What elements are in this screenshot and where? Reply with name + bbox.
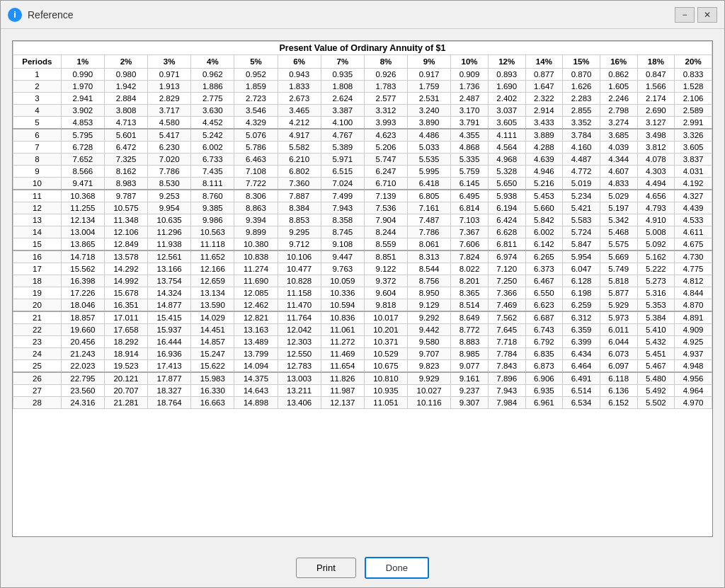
- period-cell: 28: [13, 397, 62, 409]
- value-cell: 4.891: [675, 311, 712, 324]
- column-header: 1%: [61, 55, 104, 69]
- value-cell: 6.835: [525, 348, 563, 360]
- value-cell: 3.326: [675, 129, 712, 142]
- value-cell: 5.818: [600, 275, 637, 287]
- value-cell: 9.818: [364, 299, 407, 312]
- value-cell: 2.991: [675, 117, 712, 129]
- value-cell: 6.312: [563, 311, 600, 324]
- value-cell: 5.273: [637, 275, 675, 287]
- period-cell: 14: [13, 226, 62, 238]
- value-cell: 6.011: [600, 324, 637, 336]
- value-cell: 9.295: [278, 226, 321, 238]
- value-cell: 5.995: [408, 166, 451, 178]
- value-cell: 0.870: [563, 69, 600, 81]
- value-cell: 6.097: [600, 360, 637, 373]
- value-cell: 5.242: [191, 129, 234, 142]
- table-row: 2421.24318.91416.93615.24713.79912.55011…: [13, 348, 712, 360]
- value-cell: 5.669: [600, 250, 637, 263]
- value-cell: 6.265: [525, 250, 563, 263]
- value-cell: 13.406: [278, 397, 321, 409]
- value-cell: 5.197: [600, 202, 637, 214]
- value-cell: 12.134: [61, 214, 104, 226]
- value-cell: 19.523: [104, 360, 147, 373]
- value-cell: 8.162: [104, 166, 147, 178]
- value-cell: 6.974: [488, 250, 525, 263]
- value-cell: 13.211: [278, 385, 321, 397]
- value-cell: 2.106: [675, 93, 712, 105]
- value-cell: 6.145: [451, 178, 489, 190]
- value-cell: 7.784: [488, 348, 525, 360]
- value-cell: 3.312: [364, 105, 407, 117]
- value-cell: 3.605: [488, 117, 525, 129]
- value-cell: 2.829: [148, 93, 191, 105]
- done-button[interactable]: Done: [365, 557, 429, 579]
- value-cell: 5.842: [525, 214, 563, 226]
- table-body: 10.9900.9800.9710.9620.9520.9430.9350.92…: [13, 69, 712, 409]
- value-cell: 8.883: [451, 336, 489, 348]
- value-cell: 24.316: [61, 397, 104, 409]
- period-cell: 24: [13, 348, 62, 360]
- value-cell: 0.893: [488, 69, 525, 81]
- value-cell: 4.329: [234, 117, 278, 129]
- column-header: 7%: [321, 55, 364, 69]
- value-cell: 7.108: [234, 166, 278, 178]
- value-cell: 7.824: [451, 250, 489, 263]
- period-cell: 17: [13, 263, 62, 275]
- close-button[interactable]: ✕: [697, 7, 717, 23]
- value-cell: 4.623: [364, 129, 407, 142]
- table-row: 109.4718.9838.5308.1117.7227.3607.0246.7…: [13, 178, 712, 190]
- value-cell: 10.529: [364, 348, 407, 360]
- value-cell: 4.730: [675, 250, 712, 263]
- value-cell: 18.914: [104, 348, 147, 360]
- value-cell: 4.580: [148, 117, 191, 129]
- value-cell: 9.372: [364, 275, 407, 287]
- value-cell: 1.970: [61, 81, 104, 93]
- value-cell: 4.100: [321, 117, 364, 129]
- value-cell: 1.528: [675, 81, 712, 93]
- value-cell: 22.023: [61, 360, 104, 373]
- value-cell: 8.061: [408, 238, 451, 251]
- value-cell: 4.775: [675, 263, 712, 275]
- value-cell: 8.313: [408, 250, 451, 263]
- value-cell: 6.814: [451, 202, 489, 214]
- value-cell: 1.605: [600, 81, 637, 93]
- period-cell: 15: [13, 238, 62, 251]
- print-button[interactable]: Print: [296, 558, 356, 578]
- value-cell: 13.590: [191, 299, 234, 312]
- value-cell: 13.489: [234, 336, 278, 348]
- value-cell: 12.462: [234, 299, 278, 312]
- minimize-button[interactable]: −: [675, 7, 695, 23]
- value-cell: 6.687: [525, 311, 563, 324]
- value-cell: 2.487: [451, 93, 489, 105]
- value-cell: 5.502: [637, 397, 675, 409]
- value-cell: 8.022: [451, 263, 489, 275]
- value-cell: 9.122: [364, 263, 407, 275]
- value-cell: 4.031: [675, 166, 712, 178]
- value-cell: 6.002: [191, 142, 234, 154]
- value-cell: 10.380: [234, 238, 278, 251]
- value-cell: 10.935: [364, 385, 407, 397]
- value-cell: 10.371: [364, 336, 407, 348]
- value-cell: 8.384: [278, 202, 321, 214]
- value-cell: 5.335: [451, 154, 489, 166]
- value-cell: 4.344: [600, 154, 637, 166]
- value-cell: 7.984: [488, 397, 525, 409]
- period-cell: 9: [13, 166, 62, 178]
- value-cell: 5.467: [637, 360, 675, 373]
- value-cell: 7.943: [488, 385, 525, 397]
- period-cell: 25: [13, 360, 62, 373]
- value-cell: 5.410: [637, 324, 675, 336]
- value-cell: 17.413: [148, 360, 191, 373]
- value-cell: 15.678: [104, 287, 147, 299]
- value-cell: 6.811: [488, 238, 525, 251]
- value-cell: 4.772: [563, 166, 600, 178]
- value-cell: 13.754: [148, 275, 191, 287]
- value-cell: 8.756: [408, 275, 451, 287]
- value-cell: 4.970: [675, 397, 712, 409]
- value-cell: 9.763: [321, 263, 364, 275]
- table-container[interactable]: Present Value of Ordinary Annuity of $1 …: [12, 40, 713, 537]
- value-cell: 2.673: [278, 93, 321, 105]
- value-cell: 14.375: [234, 372, 278, 385]
- value-cell: 7.020: [148, 154, 191, 166]
- value-cell: 4.968: [488, 154, 525, 166]
